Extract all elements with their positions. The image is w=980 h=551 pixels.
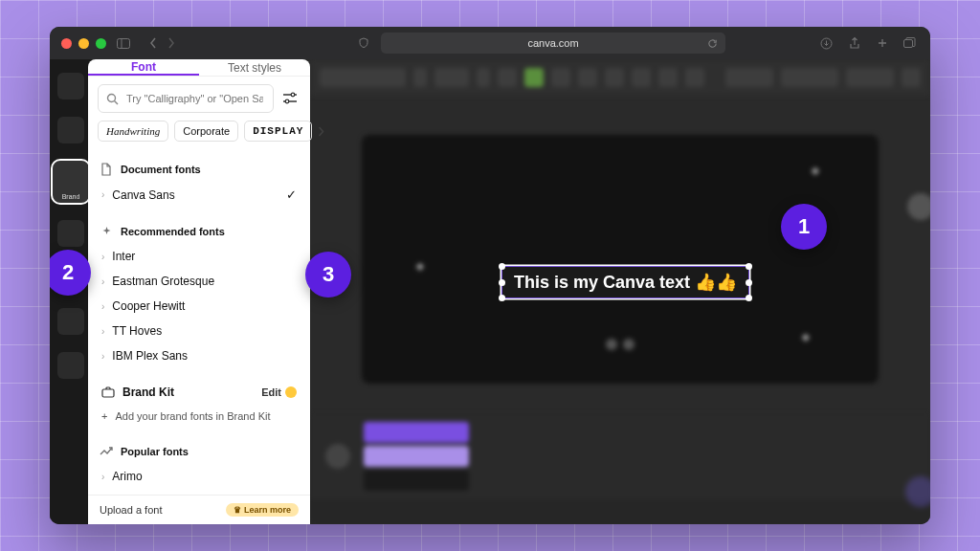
learn-more-button[interactable]: ♛ Learn more xyxy=(226,503,299,517)
top-toolbar xyxy=(310,59,930,96)
chevron-right-icon: › xyxy=(101,276,104,287)
browser-window: canva.com Brand Fo xyxy=(50,27,930,524)
canvas-text-content: This is my Canva text 👍👍 xyxy=(514,273,737,292)
font-row[interactable]: ›IBM Plex Sans xyxy=(100,343,299,368)
svg-rect-3 xyxy=(904,40,913,48)
plus-icon: + xyxy=(101,410,107,422)
check-icon: ✓ xyxy=(286,187,297,202)
section-popular-fonts: Popular fonts xyxy=(121,446,189,457)
svg-rect-0 xyxy=(117,38,129,48)
font-row-canva-sans[interactable]: › Canva Sans ✓ xyxy=(100,182,299,208)
chip-display[interactable]: DISPLAY xyxy=(244,121,312,142)
play-button[interactable] xyxy=(325,444,350,469)
tab-font[interactable]: Font xyxy=(88,59,199,76)
refresh-icon[interactable] xyxy=(705,36,720,51)
sparkle-icon xyxy=(100,225,113,238)
annotation-callout-3: 3 xyxy=(305,252,351,298)
chevron-right-icon: › xyxy=(101,301,104,312)
rail-item-label: Brand xyxy=(53,193,89,200)
font-name: Cooper Hewitt xyxy=(112,299,185,313)
share-icon[interactable] xyxy=(847,36,861,51)
app-content: Brand Font Text styles xyxy=(50,59,930,524)
font-row[interactable]: ›Cooper Hewitt xyxy=(100,294,299,319)
rail-item-brand[interactable]: Brand xyxy=(53,161,89,203)
chips-scroll-right-icon[interactable] xyxy=(318,126,324,137)
add-page-button[interactable] xyxy=(907,478,930,505)
svg-line-5 xyxy=(115,100,119,104)
document-icon xyxy=(100,163,113,176)
minimize-window-button[interactable] xyxy=(78,38,89,49)
selected-text-element[interactable]: This is my Canva text 👍👍 xyxy=(501,266,749,298)
font-row[interactable]: ›TT Hoves xyxy=(100,319,299,343)
tab-text-styles[interactable]: Text styles xyxy=(199,59,310,76)
chevron-right-icon: › xyxy=(101,472,104,482)
annotation-callout-1: 1 xyxy=(781,204,827,250)
font-name: IBM Plex Sans xyxy=(112,349,188,363)
chip-corporate[interactable]: Corporate xyxy=(174,121,238,142)
search-icon xyxy=(106,93,119,105)
font-row[interactable]: ›Eastman Grotesque xyxy=(100,269,299,294)
maximize-window-button[interactable] xyxy=(96,38,106,49)
panel-footer: Upload a font ♛ Learn more xyxy=(88,495,310,524)
sidebar-toggle-icon[interactable] xyxy=(116,36,130,51)
design-canvas[interactable]: ✦ ✦ ✦ xyxy=(362,135,879,384)
font-search-box[interactable] xyxy=(98,84,274,113)
rail-item[interactable] xyxy=(57,117,84,143)
svg-rect-10 xyxy=(102,389,114,397)
brand-kit-icon xyxy=(101,386,115,398)
back-button[interactable] xyxy=(145,36,160,51)
chevron-right-icon: › xyxy=(101,189,104,200)
chevron-right-icon: › xyxy=(101,351,104,362)
font-row[interactable]: ›Inter xyxy=(100,244,299,269)
chip-handwriting[interactable]: Handwriting xyxy=(98,121,168,142)
url-bar[interactable]: canva.com xyxy=(381,33,725,54)
add-brand-font-label: Add your brand fonts in Brand Kit xyxy=(115,410,270,422)
close-window-button[interactable] xyxy=(61,38,72,49)
font-name: Inter xyxy=(112,250,135,263)
new-tab-icon[interactable] xyxy=(875,36,889,51)
brand-kit-title: Brand Kit xyxy=(122,386,174,399)
rail-item[interactable] xyxy=(57,73,84,99)
section-document-fonts: Document fonts xyxy=(121,164,201,175)
section-recommended-fonts: Recommended fonts xyxy=(121,226,225,237)
download-icon[interactable] xyxy=(819,36,834,51)
upload-font-button[interactable]: Upload a font xyxy=(100,504,162,516)
comment-button[interactable] xyxy=(907,193,930,220)
brand-kit-edit-button[interactable]: Edit xyxy=(261,386,297,398)
trending-icon xyxy=(100,445,113,458)
font-panel: Font Text styles Handwriting Corporate D… xyxy=(88,59,310,524)
chevron-right-icon: › xyxy=(101,326,104,337)
crown-pro-icon xyxy=(285,386,297,398)
timeline xyxy=(310,413,930,499)
font-row[interactable]: ›Arimo xyxy=(100,464,299,489)
browser-titlebar: canva.com xyxy=(50,27,930,59)
font-name: Eastman Grotesque xyxy=(112,275,214,288)
crown-icon: ♛ xyxy=(234,505,241,515)
forward-button[interactable] xyxy=(164,36,178,51)
privacy-shield-icon[interactable] xyxy=(356,36,370,51)
font-name: TT Hoves xyxy=(112,324,162,338)
font-name: Canva Sans xyxy=(112,188,174,202)
chevron-right-icon: › xyxy=(101,252,104,262)
font-search-input[interactable] xyxy=(124,92,265,105)
font-name: Arimo xyxy=(112,470,142,483)
svg-point-4 xyxy=(108,94,116,101)
url-text: canva.com xyxy=(527,37,578,49)
filter-sliders-icon[interactable] xyxy=(279,88,301,109)
rail-item[interactable] xyxy=(57,352,84,379)
traffic-lights xyxy=(61,38,106,49)
add-brand-font-button[interactable]: + Add your brand fonts in Brand Kit xyxy=(100,405,299,428)
tabs-overview-icon[interactable] xyxy=(902,36,917,51)
rail-item[interactable] xyxy=(57,220,84,247)
svg-point-9 xyxy=(285,99,289,103)
rail-item[interactable] xyxy=(57,308,84,335)
status-bar xyxy=(310,499,930,524)
svg-point-7 xyxy=(291,93,295,97)
